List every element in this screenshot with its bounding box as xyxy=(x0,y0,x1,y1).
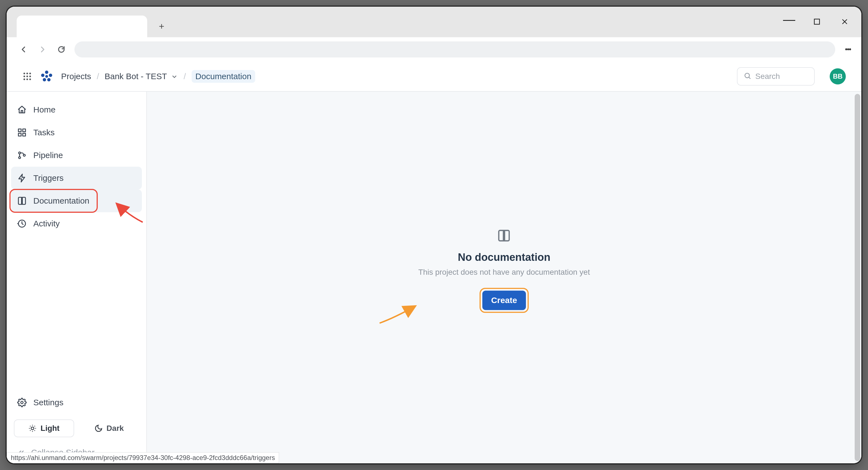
sidebar-item-label: Tasks xyxy=(33,128,55,137)
breadcrumb-project[interactable]: Bank Bot - TEST xyxy=(105,72,178,81)
browser-menu-button[interactable] xyxy=(842,48,854,51)
main-content: No documentation This project does not h… xyxy=(147,92,861,463)
svg-point-14 xyxy=(47,78,51,81)
status-url: https://ahi.unmand.com/swarm/projects/79… xyxy=(11,454,275,462)
svg-rect-17 xyxy=(18,129,21,132)
browser-forward-button[interactable] xyxy=(37,43,48,55)
app-switcher-icon[interactable] xyxy=(22,71,32,81)
breadcrumb-current[interactable]: Documentation xyxy=(192,70,255,83)
window-maximize-button[interactable] xyxy=(811,16,823,27)
breadcrumb-project-label: Bank Bot - TEST xyxy=(105,72,167,81)
browser-tabstrip: + — xyxy=(7,7,861,37)
browser-tab-active[interactable] xyxy=(17,16,147,37)
svg-rect-0 xyxy=(814,19,820,25)
moon-icon xyxy=(94,424,103,433)
browser-address-bar[interactable] xyxy=(74,41,835,58)
svg-point-1 xyxy=(24,73,25,75)
svg-point-9 xyxy=(29,79,31,80)
window-minimize-button[interactable]: — xyxy=(783,16,795,27)
sidebar-item-pipeline[interactable]: Pipeline xyxy=(11,144,142,167)
app-logo-icon[interactable] xyxy=(40,70,53,83)
sidebar-item-activity[interactable]: Activity xyxy=(11,212,142,235)
triggers-icon xyxy=(17,173,27,183)
browser-toolbar xyxy=(7,37,861,62)
svg-point-16 xyxy=(745,74,749,78)
svg-point-13 xyxy=(43,78,46,81)
sidebar-item-triggers[interactable]: Triggers xyxy=(11,167,142,189)
svg-point-25 xyxy=(21,402,23,404)
sidebar-item-label: Triggers xyxy=(33,173,64,183)
svg-point-10 xyxy=(45,70,48,74)
browser-status-bar: https://ahi.unmand.com/swarm/projects/79… xyxy=(7,452,279,463)
window-close-button[interactable] xyxy=(839,16,850,27)
chevron-down-icon xyxy=(171,73,178,80)
svg-point-7 xyxy=(24,79,25,80)
svg-point-6 xyxy=(29,76,31,77)
theme-light-button[interactable]: Light xyxy=(14,419,74,437)
theme-light-label: Light xyxy=(40,424,59,433)
sidebar-item-settings[interactable]: Settings xyxy=(11,391,142,414)
svg-point-3 xyxy=(29,73,31,75)
sidebar-item-documentation[interactable]: Documentation xyxy=(11,189,142,212)
browser-reload-button[interactable] xyxy=(56,43,67,55)
sidebar-item-label: Documentation xyxy=(33,196,89,206)
sidebar: Home Tasks Pipeline Triggers Documentati… xyxy=(7,92,147,463)
svg-rect-20 xyxy=(23,133,26,136)
svg-point-11 xyxy=(41,74,44,77)
create-button[interactable]: Create xyxy=(482,291,526,310)
book-icon xyxy=(17,196,27,206)
theme-toggle: Light Dark xyxy=(11,414,142,443)
svg-point-4 xyxy=(24,76,25,77)
svg-point-2 xyxy=(26,73,28,75)
pipeline-icon xyxy=(17,151,27,160)
home-icon xyxy=(17,105,27,114)
svg-point-12 xyxy=(49,74,52,77)
search-box[interactable] xyxy=(737,67,815,86)
new-tab-button[interactable]: + xyxy=(157,21,166,31)
svg-point-8 xyxy=(26,79,28,80)
activity-icon xyxy=(17,219,27,228)
annotation-highlight-orange: Create xyxy=(479,288,529,313)
theme-dark-label: Dark xyxy=(106,424,124,433)
app-header: Projects / Bank Bot - TEST / Documentati… xyxy=(7,62,861,92)
empty-subtitle: This project does not have any documenta… xyxy=(418,268,590,277)
sidebar-item-label: Pipeline xyxy=(33,151,63,160)
search-input[interactable] xyxy=(755,72,808,81)
sidebar-item-label: Activity xyxy=(33,219,60,228)
svg-point-26 xyxy=(31,427,34,430)
annotation-arrow-orange xyxy=(378,301,423,326)
breadcrumb-separator: / xyxy=(97,72,99,81)
avatar[interactable]: BB xyxy=(830,68,846,84)
search-icon xyxy=(744,72,751,81)
breadcrumb-separator: / xyxy=(184,72,186,81)
browser-window: + — xyxy=(7,7,861,463)
theme-dark-button[interactable]: Dark xyxy=(79,419,140,437)
svg-point-5 xyxy=(26,76,28,77)
empty-state: No documentation This project does not h… xyxy=(418,229,590,313)
breadcrumb: Projects / Bank Bot - TEST / Documentati… xyxy=(61,70,255,83)
sun-icon xyxy=(28,424,37,433)
browser-back-button[interactable] xyxy=(18,43,29,55)
empty-title: No documentation xyxy=(458,252,551,263)
sidebar-item-tasks[interactable]: Tasks xyxy=(11,121,142,144)
app-body: Home Tasks Pipeline Triggers Documentati… xyxy=(7,92,861,463)
book-open-icon xyxy=(497,229,511,242)
sidebar-item-home[interactable]: Home xyxy=(11,98,142,121)
svg-rect-18 xyxy=(23,129,26,132)
gear-icon xyxy=(17,398,27,407)
scrollbar[interactable] xyxy=(855,94,860,461)
window-controls: — xyxy=(783,16,850,27)
svg-rect-19 xyxy=(18,133,21,136)
breadcrumb-root[interactable]: Projects xyxy=(61,72,91,81)
sidebar-item-label: Settings xyxy=(33,398,63,407)
sidebar-item-label: Home xyxy=(33,105,56,114)
tasks-icon xyxy=(17,128,27,137)
svg-point-15 xyxy=(45,75,48,78)
